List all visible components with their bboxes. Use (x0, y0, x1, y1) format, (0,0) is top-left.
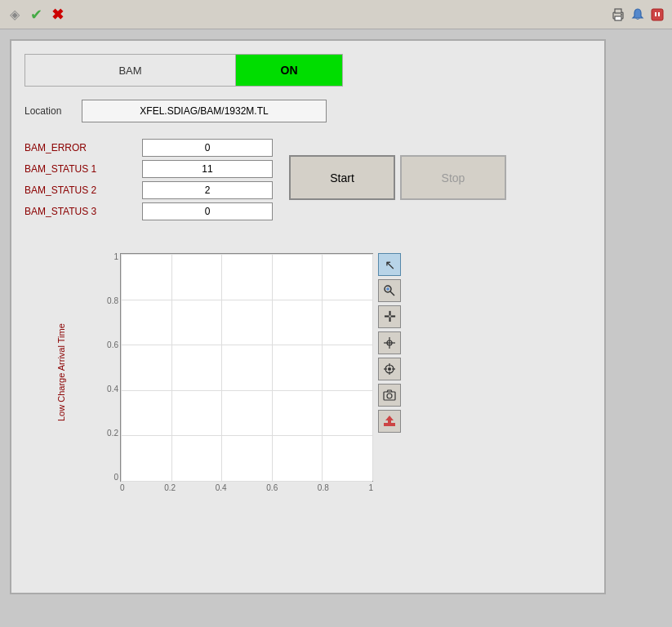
field-label-3: BAM_STATUS 3 (24, 202, 139, 220)
y-tick-4: 0.2 (98, 429, 118, 438)
svg-line-8 (390, 291, 394, 296)
chart-area: 1 0.8 0.6 0.4 0.2 0 (98, 253, 401, 482)
x-tick-5: 1 (368, 483, 373, 492)
main-panel: BAM ON Location BAM_ERROR 0 BAM_STATUS 1… (10, 39, 606, 594)
main-toolbar: ◈ ✔ ✖ (0, 0, 672, 29)
start-button[interactable]: Start (289, 155, 395, 200)
y-tick-5: 0 (98, 474, 118, 482)
x-axis: 0 0.2 0.4 0.6 0.8 1 (120, 483, 373, 492)
x-tick-0: 0 (120, 483, 125, 492)
main-area: BAM ON Location BAM_ERROR 0 BAM_STATUS 1… (0, 29, 672, 627)
stop-button[interactable]: Stop (400, 155, 506, 200)
svg-point-3 (621, 14, 622, 16)
camera-tool-button[interactable] (378, 384, 401, 407)
chart-plot[interactable] (120, 253, 373, 482)
bam-header: BAM ON (24, 54, 343, 87)
svg-marker-23 (385, 416, 394, 420)
zoom-tool-button[interactable] (378, 279, 401, 302)
y-tick-3: 0.4 (98, 385, 118, 394)
location-row: Location (24, 100, 591, 122)
top-right-toolbar (610, 7, 665, 23)
field-value-0: 0 (142, 139, 273, 157)
status-fields: BAM_ERROR 0 BAM_STATUS 1 11 BAM_STATUS 2… (24, 139, 273, 220)
field-label-1: BAM_STATUS 1 (24, 160, 139, 178)
field-value-3: 0 (142, 202, 273, 220)
svg-rect-24 (388, 420, 391, 423)
location-input[interactable] (82, 100, 327, 122)
field-value-1: 11 (142, 160, 273, 178)
x-tick-4: 0.8 (318, 483, 329, 492)
select-tool-button[interactable]: ↖ (378, 253, 401, 276)
field-label-2: BAM_STATUS 2 (24, 181, 139, 199)
x-tick-1: 0.2 (164, 483, 176, 492)
chart-container: Low Charge Arrival Time 1 0.8 0.6 0.4 0.… (24, 253, 591, 492)
location-label: Location (24, 105, 73, 117)
chart-tools: ↖ ✛ (378, 253, 401, 433)
power-icon[interactable] (649, 7, 665, 23)
chart-inner: 1 0.8 0.6 0.4 0.2 0 (98, 253, 401, 492)
bam-label: BAM (25, 55, 236, 86)
svg-point-15 (388, 367, 391, 371)
field-value-2: 2 (142, 181, 273, 199)
svg-rect-6 (658, 12, 660, 16)
export-tool-button[interactable] (378, 410, 401, 433)
y-tick-1: 0.8 (98, 297, 118, 305)
y-tick-2: 0.6 (98, 341, 118, 349)
svg-rect-1 (615, 9, 621, 13)
check-icon[interactable]: ✔ (28, 7, 44, 23)
field-label-0: BAM_ERROR (24, 139, 139, 157)
y-tick-0: 1 (98, 253, 118, 261)
svg-rect-5 (655, 12, 656, 16)
close-icon[interactable]: ✖ (49, 7, 65, 23)
svg-rect-2 (615, 16, 621, 20)
printer-icon[interactable] (610, 7, 626, 23)
y-axis: 1 0.8 0.6 0.4 0.2 0 (98, 253, 118, 482)
crosshair-tool-button[interactable] (378, 331, 401, 354)
pan-tool-button[interactable]: ✛ (378, 305, 401, 328)
target-tool-button[interactable] (378, 358, 401, 380)
svg-rect-4 (652, 9, 663, 20)
x-tick-2: 0.4 (216, 483, 227, 492)
diamond-icon[interactable]: ◈ (7, 7, 23, 23)
svg-point-21 (387, 394, 392, 398)
bam-status: ON (236, 55, 342, 86)
x-tick-3: 0.6 (266, 483, 278, 492)
notification-icon[interactable] (630, 7, 646, 23)
chart-y-label: Low Charge Arrival Time (24, 253, 98, 492)
svg-rect-22 (384, 423, 395, 426)
